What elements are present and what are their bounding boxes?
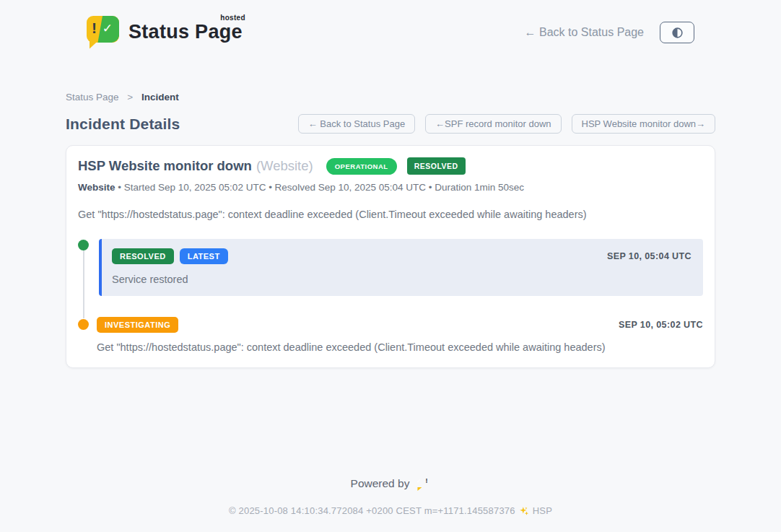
- operational-badge: OPERATIONAL: [326, 158, 397, 175]
- theme-toggle-button[interactable]: [660, 22, 694, 43]
- timeline-timestamp: SEP 10, 05:02 UTC: [619, 320, 703, 330]
- app-logo[interactable]: ! ✓ Status Page hosted: [87, 15, 243, 51]
- timeline-message: Service restored: [112, 274, 691, 285]
- meta-timestamps: • Started Sep 10, 2025 05:02 UTC • Resol…: [118, 182, 524, 193]
- timeline-resolved-badge: RESOLVED: [112, 248, 174, 264]
- incident-timeline: RESOLVED LATEST SEP 10, 05:04 UTC Servic…: [78, 239, 703, 353]
- footer: Powered by ! ✓ © 2025-10-08 14:10:34.772…: [0, 476, 781, 532]
- copyright-text: © 2025-10-08 14:10:34.772084 +0200 CEST …: [229, 505, 515, 516]
- incident-description: Get "https://hostedstatus.page": context…: [78, 209, 703, 220]
- back-to-status-page-link[interactable]: ← Back to Status Page: [525, 26, 644, 39]
- incident-title: HSP Website monitor down: [78, 158, 252, 174]
- incident-nav-buttons: ← Back to Status Page ←SPF record monito…: [298, 114, 715, 134]
- timeline-dot-green: [78, 240, 89, 250]
- sparkles-icon: [519, 506, 529, 516]
- incident-meta: Website • Started Sep 10, 2025 05:02 UTC…: [78, 182, 703, 193]
- copyright-line: © 2025-10-08 14:10:34.772084 +0200 CEST …: [0, 505, 781, 516]
- back-to-status-page-button[interactable]: ← Back to Status Page: [298, 114, 415, 134]
- contrast-icon: [671, 27, 684, 39]
- meta-component: Website: [78, 182, 115, 193]
- timeline-plain-content: INVESTIGATING SEP 10, 05:02 UTC Get "htt…: [97, 316, 703, 353]
- header: ! ✓ Status Page hosted ← Back to Status …: [0, 0, 781, 53]
- timeline-dot-orange: [78, 319, 89, 330]
- page-title: Incident Details: [66, 115, 180, 133]
- timeline-item-resolved: RESOLVED LATEST SEP 10, 05:04 UTC Servic…: [78, 239, 703, 296]
- timeline-latest-badge: LATEST: [180, 248, 228, 264]
- powered-by-logo-icon[interactable]: ! ✓: [416, 476, 430, 492]
- timeline-timestamp: SEP 10, 05:04 UTC: [607, 251, 691, 261]
- incident-card: HSP Website monitor down (Website) OPERA…: [66, 145, 715, 368]
- next-incident-button[interactable]: HSP Website monitor down→: [572, 114, 715, 134]
- logo-hosted-label: hosted: [220, 14, 245, 22]
- timeline-highlight-box: RESOLVED LATEST SEP 10, 05:04 UTC Servic…: [99, 239, 703, 296]
- breadcrumb: Status Page > Incident: [66, 92, 715, 103]
- logo-text: Status Page: [128, 21, 243, 43]
- incident-component: (Website): [256, 158, 313, 174]
- logo-bubble-icon: ! ✓: [87, 16, 120, 51]
- timeline-message: Get "https://hostedstatus.page": context…: [97, 341, 703, 353]
- main-content: Status Page > Incident Incident Details …: [66, 53, 715, 368]
- timeline-investigating-badge: INVESTIGATING: [97, 317, 178, 333]
- breadcrumb-separator: >: [127, 92, 133, 103]
- powered-by: Powered by ! ✓: [351, 476, 431, 492]
- prev-incident-button[interactable]: ←SPF record monitor down: [425, 114, 561, 134]
- powered-by-label: Powered by: [351, 477, 410, 490]
- logo-check-glyph: ✓: [102, 21, 113, 36]
- copyright-brand: HSP: [533, 505, 552, 516]
- resolved-badge: RESOLVED: [407, 157, 466, 175]
- breadcrumb-root[interactable]: Status Page: [66, 92, 119, 103]
- timeline-item-investigating: INVESTIGATING SEP 10, 05:02 UTC Get "htt…: [78, 316, 703, 353]
- breadcrumb-current: Incident: [141, 92, 179, 103]
- logo-exclaim-glyph: !: [92, 19, 97, 37]
